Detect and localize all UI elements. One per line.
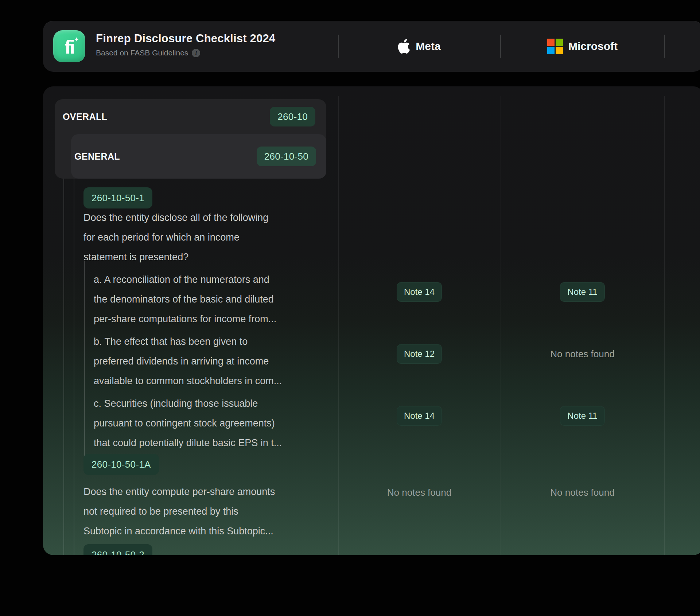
note-cell-meta: Note 14 — [338, 406, 501, 426]
tree-guide-line-overall — [63, 148, 64, 555]
note-cell-microsoft: No notes found — [501, 344, 664, 364]
subitem-list: a. A reconciliation of the numerators an… — [84, 261, 298, 456]
subitem-line: the denominators of the basic and dilute… — [94, 289, 298, 309]
no-notes-text: No notes found — [387, 487, 451, 498]
note-cell-meta: Note 12 — [338, 344, 501, 364]
note-badge[interactable]: Note 11 — [560, 406, 604, 426]
item-question: Does the entity compute per-share amount… — [83, 482, 310, 541]
subitem-c: c. Securities (including those issuable … — [94, 394, 298, 453]
page-subtitle: Based on FASB Guidelines — [96, 48, 188, 57]
question-line: Does the entity disclose all of the foll… — [83, 208, 310, 227]
app-screen: fi ✦ Finrep Disclosure Checklist 2024 Ba… — [0, 0, 700, 616]
tree-guide-line-general — [74, 179, 74, 555]
company-column-microsoft[interactable]: Microsoft — [501, 21, 664, 72]
subitem-a: a. A reconciliation of the numerators an… — [94, 270, 298, 329]
item-question: Does the entity disclose all of the foll… — [83, 208, 310, 267]
item-code-badge[interactable]: 260-10-50-2 — [83, 544, 152, 555]
question-line: Subtopic in accordance with this Subtopi… — [83, 521, 310, 541]
subitem-b: b. The effect that has been given to pre… — [94, 332, 298, 391]
header-divider — [664, 35, 665, 58]
info-icon[interactable]: i — [192, 49, 200, 57]
subitem-line: c. Securities (including those issuable — [94, 394, 298, 413]
section-row-overall[interactable]: OVERALL 260-10 — [55, 99, 326, 134]
apple-icon — [398, 39, 410, 54]
item-code-badge[interactable]: 260-10-50-1 — [83, 187, 152, 208]
section-label-overall: OVERALL — [63, 112, 107, 122]
subitem-line: preferred dividends in arriving at incom… — [94, 351, 298, 371]
header-bar: fi ✦ Finrep Disclosure Checklist 2024 Ba… — [43, 21, 700, 72]
page-subtitle-row: Based on FASB Guidelines i — [96, 48, 275, 57]
no-notes-text: No notes found — [550, 487, 614, 498]
subitem-line: available to common stockholders in com.… — [94, 371, 298, 391]
item-code-badge[interactable]: 260-10-50-1A — [83, 454, 159, 475]
no-notes-text: No notes found — [550, 348, 614, 360]
note-cell-microsoft: Note 11 — [501, 406, 664, 426]
subitem-line: per-share computations for income from..… — [94, 309, 298, 329]
app-logo-glyph: fi — [65, 36, 74, 58]
question-line: Does the entity compute per-share amount… — [83, 482, 310, 502]
section-row-general[interactable]: GENERAL 260-10-50 — [71, 134, 326, 179]
question-line: for each period for which an income — [83, 227, 310, 247]
note-cell-meta: Note 14 — [338, 282, 501, 302]
page-title: Finrep Disclosure Checklist 2024 — [96, 32, 275, 45]
section-label-general: GENERAL — [74, 151, 120, 162]
title-block: Finrep Disclosure Checklist 2024 Based o… — [96, 32, 275, 57]
subitem-line: that could potentially dilute basic EPS … — [94, 433, 298, 453]
subitem-line: a. A reconciliation of the numerators an… — [94, 270, 298, 289]
microsoft-icon — [547, 39, 563, 54]
app-logo-icon: fi ✦ — [53, 30, 85, 62]
note-cell-microsoft: Note 11 — [501, 282, 664, 302]
section-code-badge[interactable]: 260-10 — [270, 107, 315, 126]
sparkle-icon: ✦ — [74, 36, 79, 43]
note-badge[interactable]: Note 11 — [560, 282, 604, 302]
note-badge[interactable]: Note 12 — [397, 344, 442, 364]
note-cell-microsoft: No notes found — [501, 482, 664, 503]
company-label-meta: Meta — [416, 40, 440, 52]
note-badge[interactable]: Note 14 — [397, 406, 442, 426]
column-divider — [664, 96, 665, 555]
subitem-line: b. The effect that has been given to — [94, 332, 298, 351]
note-cell-meta: No notes found — [338, 482, 501, 503]
company-column-meta[interactable]: Meta — [338, 21, 501, 72]
question-line: not required to be presented by this — [83, 502, 310, 521]
section-code-badge[interactable]: 260-10-50 — [257, 147, 316, 166]
section-panel-overall[interactable]: OVERALL 260-10 GENERAL 260-10-50 — [55, 99, 326, 179]
note-badge[interactable]: Note 14 — [397, 282, 442, 302]
company-label-microsoft: Microsoft — [568, 40, 618, 52]
checklist-table: OVERALL 260-10 GENERAL 260-10-50 260-10-… — [43, 86, 700, 555]
subitem-line: pursuant to contingent stock agreements) — [94, 413, 298, 433]
